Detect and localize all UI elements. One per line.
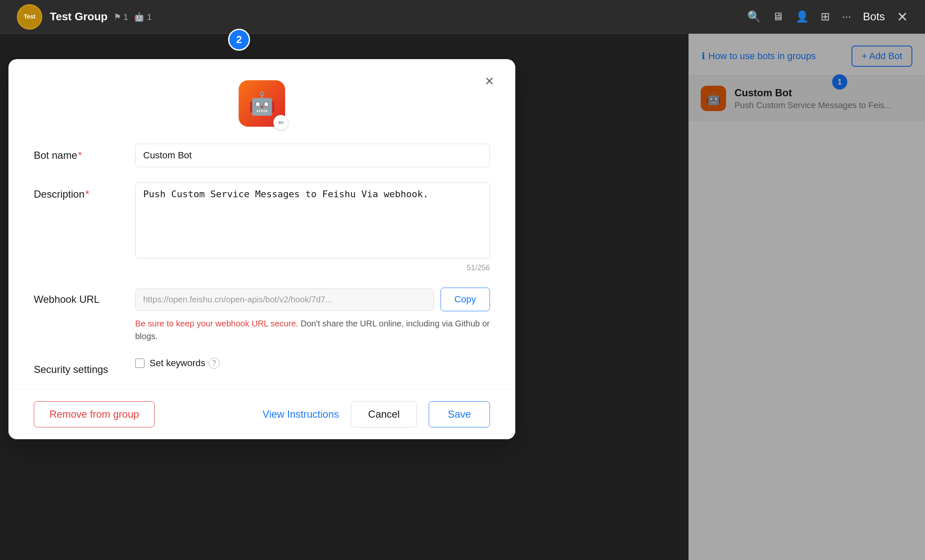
close-panel-icon[interactable]: ✕ bbox=[897, 9, 908, 25]
group-meta: ⚑ 1 🤖 1 bbox=[114, 12, 152, 22]
checkbox-row: Set keywords ? bbox=[135, 358, 490, 369]
bot-avatar-wrapper: 🤖 ✏ bbox=[239, 80, 285, 127]
more-icon[interactable]: ··· bbox=[842, 10, 851, 23]
copy-webhook-button[interactable]: Copy bbox=[441, 288, 490, 311]
dialog-content: 🤖 ✏ Bot name* Description bbox=[8, 59, 515, 389]
close-icon: ✕ bbox=[484, 74, 494, 88]
notification-badge-top: 2 bbox=[228, 29, 250, 51]
dialog: ✕ 🤖 ✏ Bot name* bbox=[8, 59, 515, 439]
required-mark-desc: * bbox=[85, 188, 89, 200]
description-textarea[interactable]: Push Custom Service Messages to Feishu V… bbox=[135, 182, 490, 258]
top-bar-actions: 🔍 🖥 👤 ⊞ ··· Bots ✕ bbox=[747, 9, 908, 25]
search-icon[interactable]: 🔍 bbox=[747, 10, 761, 23]
dialog-overlay: ✕ 🤖 ✏ Bot name* bbox=[0, 34, 925, 560]
form-row-bot-name: Bot name* bbox=[34, 144, 490, 167]
form-row-security: Security settings Set keywords ? bbox=[34, 358, 490, 375]
screen-share-icon[interactable]: 🖥 bbox=[773, 10, 784, 23]
bot-avatar-section: 🤖 ✏ bbox=[34, 80, 490, 127]
footer-right: View Instructions Cancel Save bbox=[263, 401, 490, 427]
webhook-field-wrapper: Copy Be sure to keep your webhook URL se… bbox=[135, 288, 490, 343]
cancel-button[interactable]: Cancel bbox=[351, 401, 417, 427]
description-field-wrapper: Push Custom Service Messages to Feishu V… bbox=[135, 182, 490, 272]
group-name: Test Group bbox=[50, 10, 108, 23]
help-icon[interactable]: ? bbox=[209, 358, 220, 369]
set-keywords-checkbox[interactable] bbox=[135, 359, 144, 368]
security-field-wrapper: Set keywords ? bbox=[135, 358, 490, 369]
set-keywords-label: Set keywords ? bbox=[150, 358, 220, 369]
bot-name-input[interactable] bbox=[135, 144, 490, 167]
bot-name-label: Bot name* bbox=[34, 144, 135, 161]
grid-icon[interactable]: ⊞ bbox=[821, 10, 830, 23]
webhook-url-input bbox=[135, 288, 434, 311]
webhook-url-label: Webhook URL bbox=[34, 288, 135, 305]
save-button[interactable]: Save bbox=[429, 401, 490, 427]
webhook-row: Copy bbox=[135, 288, 490, 311]
form-row-description: Description* Push Custom Service Message… bbox=[34, 182, 490, 272]
members-icon[interactable]: 👤 bbox=[795, 10, 809, 23]
edit-icon: ✏ bbox=[278, 119, 284, 127]
warning-red-text: Be sure to keep your webhook URL secure. bbox=[135, 319, 298, 328]
bot-avatar-icon: 🤖 bbox=[248, 91, 276, 117]
group-member-count: ⚑ 1 bbox=[114, 12, 128, 22]
form-row-webhook: Webhook URL Copy Be sure to keep your we… bbox=[34, 288, 490, 343]
remove-from-group-button[interactable]: Remove from group bbox=[34, 401, 155, 427]
group-avatar: Test bbox=[17, 4, 42, 30]
view-instructions-link[interactable]: View Instructions bbox=[263, 408, 339, 420]
top-bar: Test Test Group ⚑ 1 🤖 1 🔍 🖥 👤 ⊞ ··· Bots… bbox=[0, 0, 925, 34]
panel-title: Bots bbox=[863, 10, 885, 23]
description-label: Description* bbox=[34, 182, 135, 200]
char-count: 51/256 bbox=[135, 264, 490, 272]
webhook-warning: Be sure to keep your webhook URL secure.… bbox=[135, 317, 490, 343]
bot-name-field-wrapper bbox=[135, 144, 490, 167]
bot-avatar-edit-button[interactable]: ✏ bbox=[273, 115, 288, 130]
required-mark: * bbox=[78, 150, 82, 161]
dialog-close-button[interactable]: ✕ bbox=[480, 72, 498, 90]
security-label: Security settings bbox=[34, 358, 135, 375]
group-bot-count: 🤖 1 bbox=[134, 12, 152, 22]
dialog-footer: Remove from group View Instructions Canc… bbox=[8, 389, 515, 439]
